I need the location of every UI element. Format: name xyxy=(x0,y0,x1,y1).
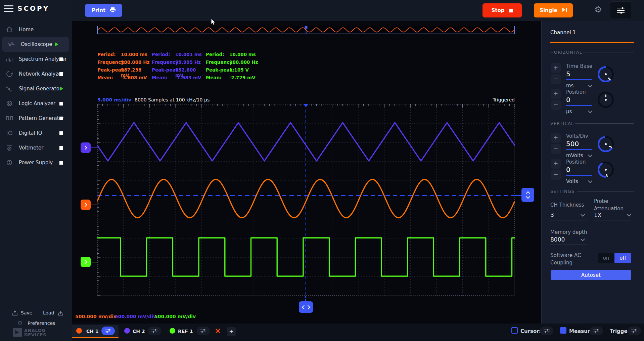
measure-checkbox[interactable] xyxy=(560,327,566,334)
ref1-settings-button[interactable] xyxy=(196,327,210,335)
measure-value: 99.995 Hz xyxy=(175,59,201,65)
trigger-settings-button[interactable] xyxy=(628,327,641,335)
vposition-value[interactable]: 0 xyxy=(566,166,570,174)
vposition-knob[interactable] xyxy=(598,162,614,178)
ch-thickness-select[interactable]: 3 xyxy=(550,212,554,218)
divider xyxy=(550,220,587,220)
timebase-value[interactable]: 5 xyxy=(566,70,570,78)
print-button[interactable]: Print xyxy=(85,4,122,17)
digital-io-icon xyxy=(5,129,13,137)
autoset-button[interactable]: Autoset xyxy=(551,270,631,280)
tab-ch1[interactable]: CH 1 xyxy=(86,329,99,334)
memory-depth-select[interactable]: 8000 xyxy=(550,236,565,243)
save-icon xyxy=(12,311,18,317)
voltsdiv-decrement-button[interactable]: − xyxy=(551,144,561,154)
sidebar-item-home[interactable]: Home xyxy=(0,22,72,37)
timebase-unit-select[interactable]: ms xyxy=(566,83,573,89)
chevron-down-icon[interactable] xyxy=(588,179,592,183)
measure-value: 10.000 ms xyxy=(229,52,256,57)
hposition-decrement-button[interactable]: − xyxy=(551,100,561,110)
ch1-settings-button[interactable] xyxy=(101,327,115,335)
divider xyxy=(566,105,592,106)
add-channel-button[interactable]: + xyxy=(227,327,236,336)
oscilloscope-plot[interactable] xyxy=(97,104,515,296)
timebase-scale-label: 5.000 ms/div xyxy=(97,97,131,102)
channel-settings-panel: Channel 1 HORIZONTAL + − Time Base 5 ms … xyxy=(541,21,644,324)
cursors-label[interactable]: Cursors xyxy=(520,328,542,334)
sidebar-item-pattern-generator[interactable]: Pattern Generator xyxy=(0,111,72,126)
stop-button[interactable]: Stop xyxy=(482,3,522,17)
analog-devices-logo-text: ANALOG DEVICES xyxy=(24,328,46,337)
instrument-status xyxy=(59,161,63,165)
tab-ref1[interactable]: REF 1 xyxy=(178,329,193,334)
ch1-offset-handle[interactable] xyxy=(81,200,91,210)
chevron-down-icon[interactable] xyxy=(581,237,585,241)
chevron-down-icon[interactable] xyxy=(588,83,592,87)
single-button[interactable]: Single xyxy=(534,3,573,17)
divider xyxy=(6,21,66,21)
ref1-offset-handle[interactable] xyxy=(81,257,91,267)
sidebar-item-voltmeter[interactable]: Voltmeter xyxy=(0,140,72,155)
probe-attenuation-select[interactable]: 1X xyxy=(594,212,601,218)
preferences-button[interactable]: ⚙ Preferences xyxy=(17,319,22,326)
section-vertical: VERTICAL xyxy=(550,121,574,126)
chevron-down-icon[interactable] xyxy=(581,212,585,217)
analog-devices-logo-icon xyxy=(13,328,22,337)
cursors-settings-button[interactable] xyxy=(540,327,553,335)
measure-label: Mean: xyxy=(97,75,113,80)
toggle-off-option[interactable]: off xyxy=(614,253,631,263)
voltsdiv-unit-select[interactable]: mVolts xyxy=(566,153,583,159)
horizontal-position-handle[interactable] xyxy=(299,301,313,313)
chevron-down-icon[interactable] xyxy=(588,153,592,157)
sidebar-item-oscilloscope[interactable]: Oscilloscope xyxy=(2,37,69,52)
sidebar-item-network-analyzer[interactable]: Network Analyzer xyxy=(0,67,72,81)
hposition-knob[interactable] xyxy=(598,92,614,108)
memory-depth-label: Memory depth xyxy=(550,228,587,236)
sidebar-item-power-supply[interactable]: Power Supply xyxy=(0,155,72,170)
sidebar-item-digital-io[interactable]: Digital IO xyxy=(0,126,72,140)
sidebar-item-spectrum-analyzer[interactable]: Spectrum Analyzer xyxy=(0,52,72,67)
sidebar-item-label: Network Analyzer xyxy=(19,71,63,77)
plot-canvas xyxy=(97,104,515,296)
acquisition-preview-strip[interactable] xyxy=(97,26,515,34)
channel-settings-menu-button[interactable] xyxy=(610,2,631,18)
tab-ch2[interactable]: CH 2 xyxy=(133,329,145,334)
toggle-on-option[interactable]: on xyxy=(598,253,614,263)
timebase-decrement-button[interactable]: − xyxy=(551,74,561,84)
ch2-offset-handle[interactable] xyxy=(81,142,91,153)
trigger-position-marker[interactable] xyxy=(304,104,308,107)
hposition-value[interactable]: 0 xyxy=(566,96,570,104)
cursors-checkbox[interactable] xyxy=(511,327,518,334)
measure-label: Mean: xyxy=(206,75,222,80)
chevron-down-icon[interactable] xyxy=(588,109,592,113)
hposition-increment-button[interactable]: + xyxy=(551,89,561,99)
measure-value: 1.105 V xyxy=(229,67,249,73)
sidebar-item-logic-analyzer[interactable]: Logic Analyzer xyxy=(0,96,72,111)
settings-gear-icon[interactable]: ⚙ xyxy=(594,4,602,14)
timebase-label: Time Base xyxy=(566,63,592,69)
ac-coupling-toggle[interactable]: on off xyxy=(598,253,631,263)
sidebar-item-signal-generator[interactable]: Signal Generator xyxy=(0,81,72,96)
ch1-handle-line xyxy=(90,205,97,205)
trigger-label[interactable]: Trigger xyxy=(610,328,630,334)
voltsdiv-knob[interactable] xyxy=(598,136,614,152)
ch2-settings-button[interactable] xyxy=(148,327,161,335)
close-ref-icon[interactable] xyxy=(215,328,221,335)
hposition-unit-select[interactable]: µs xyxy=(566,109,572,115)
measure-settings-button[interactable] xyxy=(590,327,603,335)
sidebar-item-label: Voltmeter xyxy=(19,145,43,151)
menu-icon[interactable] xyxy=(4,5,13,13)
vposition-increment-button[interactable]: + xyxy=(551,159,561,169)
ch1-active-underline xyxy=(72,337,119,338)
vposition-unit-select[interactable]: Volts xyxy=(566,178,578,184)
vertical-offset-handle[interactable] xyxy=(521,188,534,202)
chevron-down-icon[interactable] xyxy=(627,212,631,217)
timebase-knob[interactable] xyxy=(598,66,614,82)
vposition-decrement-button[interactable]: − xyxy=(551,170,561,180)
voltsdiv-increment-button[interactable]: + xyxy=(551,133,561,143)
chevron-right-icon xyxy=(83,260,87,264)
timebase-increment-button[interactable]: + xyxy=(551,63,561,73)
oscilloscope-icon xyxy=(7,40,15,48)
save-button[interactable]: Save xyxy=(12,310,18,317)
voltsdiv-value[interactable]: 500 xyxy=(566,140,579,148)
